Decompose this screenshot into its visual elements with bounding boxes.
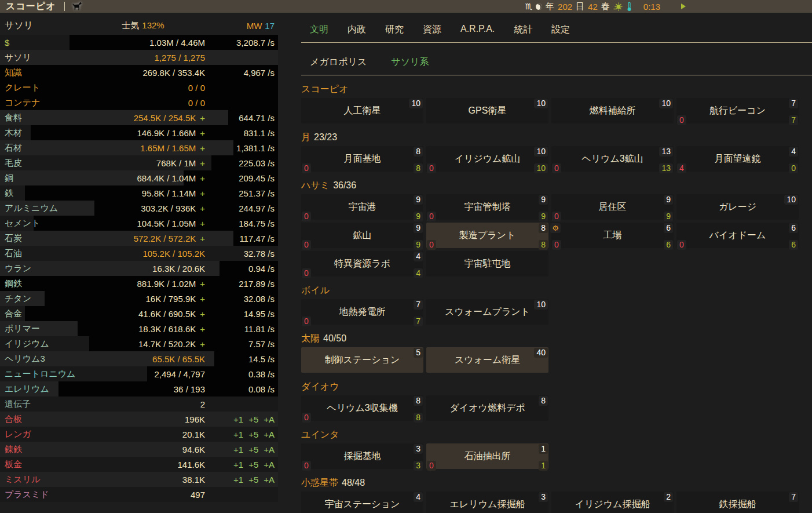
power-on-badge[interactable]: 7 xyxy=(789,115,798,125)
building-button[interactable]: 宇宙港909 xyxy=(301,194,423,220)
trade-buy-button[interactable]: + xyxy=(200,173,205,183)
power-off-badge[interactable]: 0 xyxy=(302,461,311,471)
trade-buy-button[interactable]: + xyxy=(200,309,205,319)
power-on-badge[interactable]: 3 xyxy=(414,461,423,471)
power-on-badge[interactable]: 4 xyxy=(414,268,423,278)
building-button[interactable]: 航行ビーコン707 xyxy=(676,98,799,123)
craft-button[interactable]: +A xyxy=(264,445,275,454)
building-button[interactable]: バイオドーム606 xyxy=(676,223,799,248)
power-on-badge[interactable]: 8 xyxy=(539,240,548,250)
building-button[interactable]: スウォーム衛星40 xyxy=(426,347,548,373)
power-off-badge[interactable]: 0 xyxy=(302,163,311,173)
sub-tab[interactable]: メガロポリス xyxy=(310,56,367,68)
building-button[interactable]: 特異資源ラボ404 xyxy=(301,251,423,276)
power-off-badge[interactable]: 4 xyxy=(677,163,686,173)
play-button[interactable] xyxy=(681,3,686,9)
main-tab[interactable]: 内政 xyxy=(348,24,366,36)
power-off-badge[interactable]: 0 xyxy=(552,212,561,221)
sub-tab[interactable]: サソリ系 xyxy=(391,56,429,68)
building-button[interactable]: GPS衛星10 xyxy=(426,98,548,123)
power-off-badge[interactable]: 0 xyxy=(302,240,311,250)
craft-button[interactable]: +5 xyxy=(248,460,258,470)
power-off-badge[interactable]: 0 xyxy=(427,461,436,471)
power-off-badge[interactable]: 0 xyxy=(302,413,311,423)
craft-button[interactable]: +A xyxy=(264,414,275,424)
trade-buy-button[interactable]: + xyxy=(200,203,205,213)
building-button[interactable]: イリジウム鉱山10010 xyxy=(426,146,548,172)
power-off-badge[interactable]: 0 xyxy=(677,115,686,125)
power-off-badge[interactable]: 0 xyxy=(427,212,436,221)
trade-buy-button[interactable]: + xyxy=(200,158,205,168)
trade-buy-button[interactable]: + xyxy=(200,279,205,289)
settings-gear-icon[interactable]: ⚙ xyxy=(550,223,561,233)
building-button[interactable]: 地熱発電所707 xyxy=(301,299,423,325)
power-on-badge[interactable]: 8 xyxy=(414,413,423,423)
building-button[interactable]: イリジウム採掘船2 xyxy=(551,492,674,513)
main-tab[interactable]: 設定 xyxy=(551,24,570,36)
building-button[interactable]: ガレージ10 xyxy=(676,194,799,220)
building-button[interactable]: 宇宙駐屯地 xyxy=(426,251,548,276)
building-button[interactable]: 燃料補給所10 xyxy=(551,98,674,123)
power-off-badge[interactable]: 0 xyxy=(427,163,436,173)
power-off-badge[interactable]: 0 xyxy=(427,240,436,250)
power-on-badge[interactable]: 0 xyxy=(789,163,798,173)
power-off-badge[interactable]: 0 xyxy=(302,268,311,278)
craft-button[interactable]: +1 xyxy=(233,430,243,439)
power-on-badge[interactable]: 13 xyxy=(659,163,673,173)
power-on-badge[interactable]: 7 xyxy=(414,316,423,326)
building-button[interactable]: 宇宙ステーション4 xyxy=(301,492,423,513)
building-button[interactable]: 月面望遠鏡440 xyxy=(676,146,799,172)
building-button[interactable]: ダイオウ燃料デポ8 xyxy=(426,395,548,421)
building-button[interactable]: 工場606 xyxy=(551,223,674,248)
trade-buy-button[interactable]: + xyxy=(200,113,205,123)
main-tab[interactable]: A.R.P.A. xyxy=(460,24,495,36)
building-button[interactable]: エレリウム採掘船3 xyxy=(426,492,548,513)
power-off-badge[interactable]: 0 xyxy=(552,240,561,250)
craft-button[interactable]: +1 xyxy=(233,414,243,424)
craft-button[interactable]: +5 xyxy=(248,475,258,485)
craft-button[interactable]: +5 xyxy=(248,414,258,424)
pet-dog-icon[interactable] xyxy=(72,2,82,11)
main-tab[interactable]: 文明 xyxy=(310,24,328,36)
trade-buy-button[interactable]: + xyxy=(200,219,205,228)
trade-buy-button[interactable]: + xyxy=(200,324,205,334)
power-off-badge[interactable]: 0 xyxy=(302,212,311,221)
building-button[interactable]: 人工衛星10 xyxy=(301,98,423,123)
building-button[interactable]: 居住区909 xyxy=(551,194,674,220)
power-on-badge[interactable]: 1 xyxy=(539,461,548,471)
craft-button[interactable]: +5 xyxy=(248,445,258,454)
main-tab[interactable]: 統計 xyxy=(514,24,532,36)
power-on-badge[interactable]: 9 xyxy=(414,212,423,221)
power-on-badge[interactable]: 8 xyxy=(414,163,423,173)
power-on-badge[interactable]: 9 xyxy=(414,240,423,250)
power-off-badge[interactable]: 0 xyxy=(552,163,561,173)
building-button[interactable]: 製造プラント808⚙ xyxy=(426,223,548,248)
building-button[interactable]: 宇宙管制塔909 xyxy=(426,194,548,220)
trade-buy-button[interactable]: + xyxy=(200,234,205,243)
craft-button[interactable]: +A xyxy=(264,475,275,485)
power-on-badge[interactable]: 6 xyxy=(789,240,798,250)
power-on-badge[interactable]: 6 xyxy=(664,240,673,250)
craft-button[interactable]: +A xyxy=(264,460,275,470)
craft-button[interactable]: +5 xyxy=(248,430,258,439)
power-on-badge[interactable]: 9 xyxy=(539,212,548,221)
building-button[interactable]: ヘリウム3収集機808 xyxy=(301,395,423,421)
trade-buy-button[interactable]: + xyxy=(200,128,205,138)
building-button[interactable]: 鉱山909 xyxy=(301,223,423,248)
craft-button[interactable]: +1 xyxy=(233,460,243,470)
power-on-badge[interactable]: 10 xyxy=(534,163,548,173)
building-button[interactable]: 鉄採掘船7 xyxy=(676,492,799,513)
trade-buy-button[interactable]: + xyxy=(200,294,205,304)
craft-button[interactable]: +1 xyxy=(233,475,243,485)
main-tab[interactable]: 資源 xyxy=(423,24,441,36)
building-button[interactable]: ヘリウム3鉱山13013 xyxy=(551,146,674,172)
building-button[interactable]: スウォームプラント10 xyxy=(426,299,548,325)
power-off-badge[interactable]: 0 xyxy=(677,240,686,250)
craft-button[interactable]: +A xyxy=(264,430,275,439)
building-button[interactable]: 月面基地808 xyxy=(301,146,423,172)
building-button[interactable]: 採掘基地303 xyxy=(301,443,423,469)
power-off-badge[interactable]: 0 xyxy=(302,316,311,326)
main-tab[interactable]: 研究 xyxy=(385,24,404,36)
trade-buy-button[interactable]: + xyxy=(200,188,205,198)
trade-buy-button[interactable]: + xyxy=(200,143,205,153)
